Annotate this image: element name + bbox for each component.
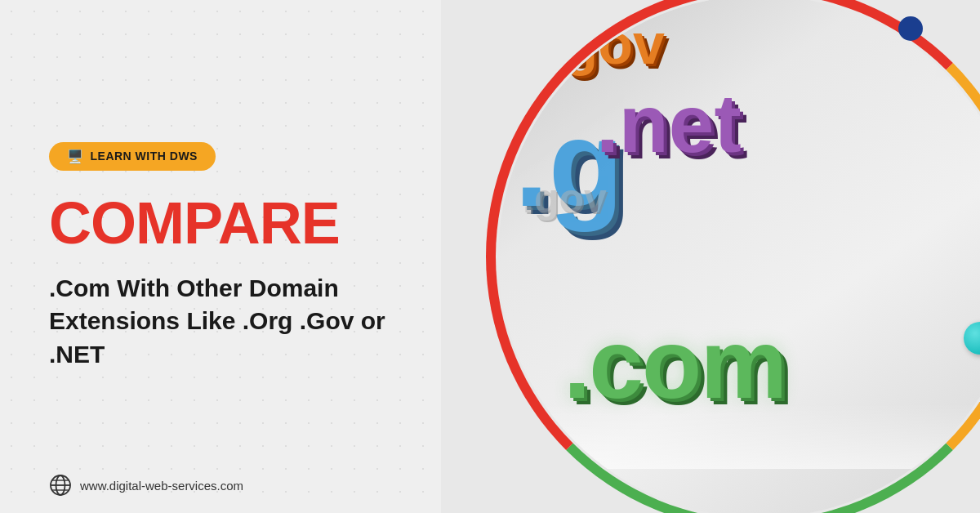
domain-image-circle: .gov .g .gov .net .com .Io (498, 0, 980, 513)
right-panel: .gov .g .gov .net .com .Io (441, 0, 980, 513)
left-panel: 🖥️ LEARN WITH DWS COMPARE .Com With Othe… (0, 0, 441, 513)
gov-ext: .gov (547, 11, 665, 77)
blue-dot (898, 16, 923, 41)
content-area: 🖥️ LEARN WITH DWS COMPARE .Com With Othe… (49, 142, 392, 372)
main-title: COMPARE (49, 194, 392, 252)
teal-ball (964, 322, 980, 355)
footer: www.digital-web-services.com (49, 474, 243, 497)
badge-text: LEARN WITH DWS (91, 149, 198, 163)
learn-badge: 🖥️ LEARN WITH DWS (49, 142, 216, 171)
page-container: 🖥️ LEARN WITH DWS COMPARE .Com With Othe… (0, 0, 980, 513)
domain-bg: .gov .g .gov .net .com .Io (498, 0, 980, 513)
subtitle: .Com With Other Domain Extensions Like .… (49, 272, 392, 372)
floor-reflection (498, 404, 980, 469)
net-ext: .net (596, 77, 742, 171)
globe-icon (49, 474, 72, 497)
badge-emoji: 🖥️ (67, 149, 84, 164)
footer-url: www.digital-web-services.com (80, 479, 243, 493)
io-ext: .Io (937, 3, 980, 78)
gov-ghost: .gov (523, 175, 607, 222)
